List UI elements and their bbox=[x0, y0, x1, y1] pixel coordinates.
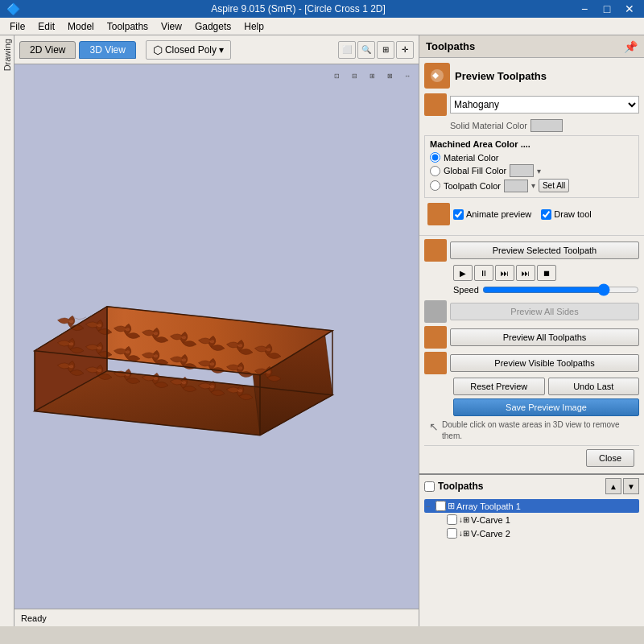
speed-slider[interactable] bbox=[482, 284, 639, 295]
menu-gadgets[interactable]: Gadgets bbox=[188, 19, 237, 34]
toolpaths-panel-title: Toolpaths bbox=[426, 40, 475, 52]
icon-view-top[interactable]: ⊟ bbox=[346, 68, 362, 84]
toolpath-color-dropdown[interactable]: ▾ bbox=[531, 181, 535, 190]
preview-icon bbox=[424, 63, 450, 89]
preview-visible-button[interactable]: Preview Visible Toolpaths bbox=[450, 354, 639, 372]
transport-pause[interactable]: ⏸ bbox=[474, 265, 493, 281]
toolpaths-list-section: Toolpaths ▲ ▼ − ⊞ Array Toolpath 1 bbox=[419, 473, 644, 626]
preview-header: Preview Toolpaths bbox=[424, 63, 639, 89]
tree-item-vcarve2[interactable]: ↓⊞ V-Carve 2 bbox=[437, 526, 639, 540]
expand-icon-3 bbox=[437, 530, 445, 538]
menu-toolpaths[interactable]: Toolpaths bbox=[101, 19, 155, 34]
radio-toolpath-color: Toolpath Color ▾ Set All bbox=[430, 179, 634, 192]
preview-selected-icon bbox=[424, 239, 447, 262]
vcarve2-label: V-Carve 2 bbox=[471, 529, 510, 539]
draw-tool-label[interactable]: Draw tool bbox=[541, 209, 591, 220]
reset-preview-button[interactable]: Reset Preview bbox=[453, 378, 545, 395]
move-down-button[interactable]: ▼ bbox=[623, 478, 639, 494]
undo-last-button[interactable]: Undo Last bbox=[548, 378, 640, 395]
global-fill-dropdown[interactable]: ▾ bbox=[537, 167, 541, 175]
pin-button[interactable]: 📌 bbox=[624, 40, 638, 53]
radio-global-fill-input[interactable] bbox=[430, 166, 440, 176]
preview-sides-icon bbox=[424, 300, 447, 323]
menubar: File Edit Model Toolpaths View Gadgets H… bbox=[0, 18, 644, 35]
titlebar: 🔷 Aspire 9.015 (SmR) - [Circle Cross 1 2… bbox=[0, 0, 644, 18]
tab-2d-view[interactable]: 2D View bbox=[19, 41, 76, 59]
toolpaths-list-title: Toolpaths bbox=[438, 481, 483, 492]
draw-tool-checkbox[interactable] bbox=[541, 209, 551, 220]
icon-view-iso[interactable]: ⊠ bbox=[382, 68, 398, 84]
preview-selected-button[interactable]: Preview Selected Toolpath bbox=[450, 242, 639, 259]
preview-all-sides-row: Preview All Sides bbox=[424, 300, 639, 323]
tree-item-array-toolpath[interactable]: − ⊞ Array Toolpath 1 bbox=[424, 499, 639, 513]
solid-material-swatch[interactable] bbox=[530, 119, 563, 132]
menu-help[interactable]: Help bbox=[237, 19, 270, 34]
radio-material-color-input[interactable] bbox=[430, 152, 440, 163]
icon-zoom[interactable]: 🔍 bbox=[357, 41, 375, 59]
info-text-content: Double click on waste areas in 3D view t… bbox=[442, 419, 634, 442]
menu-file[interactable]: File bbox=[3, 19, 31, 34]
animate-preview-checkbox[interactable] bbox=[453, 209, 464, 220]
close-btn-row: Close bbox=[424, 445, 639, 470]
vcarve1-checkbox[interactable] bbox=[447, 514, 457, 525]
radio-material-color: Material Color bbox=[430, 152, 634, 163]
save-preview-row: Save Preview Image bbox=[424, 398, 639, 416]
closed-poly-icon: ⬡ bbox=[153, 43, 163, 56]
toolpaths-tree: − ⊞ Array Toolpath 1 ↓⊞ V-Carve 1 ↓⊞ bbox=[424, 499, 639, 540]
move-up-button[interactable]: ▲ bbox=[605, 478, 621, 494]
cursor-icon: ↖ bbox=[429, 419, 439, 436]
preview-selected-row: Preview Selected Toolpath bbox=[424, 239, 639, 262]
global-fill-color-btn[interactable] bbox=[510, 164, 534, 177]
maximize-button[interactable]: □ bbox=[599, 2, 615, 15]
viewport-axis-icons: ⊡ ⊟ ⊞ ⊠ ↔ bbox=[328, 68, 415, 84]
preview-all-toolpaths-button[interactable]: Preview All Toolpaths bbox=[450, 328, 639, 346]
animate-preview-label[interactable]: Animate preview bbox=[453, 209, 531, 220]
tree-item-vcarve1[interactable]: ↓⊞ V-Carve 1 bbox=[437, 513, 639, 526]
preview-title: Preview Toolpaths bbox=[455, 70, 547, 82]
radio-global-fill: Global Fill Color ▾ bbox=[430, 164, 634, 177]
transport-play[interactable]: ▶ bbox=[453, 265, 473, 281]
menu-edit[interactable]: Edit bbox=[31, 19, 61, 34]
vcarve2-checkbox[interactable] bbox=[447, 528, 457, 539]
view-toolbar: 2D View 3D View ⬡ Closed Poly ▾ ⬜ 🔍 ⊞ ✛ bbox=[14, 35, 419, 64]
transport-skip-fwd[interactable]: ⏭ bbox=[516, 265, 535, 281]
icon-pan[interactable]: ✛ bbox=[396, 41, 414, 59]
close-window-button[interactable]: ✕ bbox=[621, 2, 638, 15]
statusbar: Ready bbox=[14, 609, 419, 626]
3d-viewport[interactable]: ⊡ ⊟ ⊞ ⊠ ↔ bbox=[14, 64, 419, 609]
menu-view[interactable]: View bbox=[155, 19, 188, 34]
close-button[interactable]: Close bbox=[586, 449, 634, 467]
speed-row: Speed bbox=[424, 284, 639, 295]
list-arrows: ▲ ▼ bbox=[605, 478, 639, 494]
preview-buttons-section: Preview Selected Toolpath ▶ ⏸ ⏭ ⏭ ⏹ Spee… bbox=[419, 236, 644, 473]
status-text: Ready bbox=[21, 613, 47, 623]
icon-select[interactable]: ⬜ bbox=[338, 41, 356, 59]
toolpaths-list-checkbox[interactable] bbox=[424, 481, 435, 492]
app-icon: 🔷 bbox=[6, 2, 20, 15]
preview-all-sides-button[interactable]: Preview All Sides bbox=[450, 303, 639, 320]
options-row: Animate preview Draw tool bbox=[424, 203, 639, 225]
transport-step-fwd[interactable]: ⏭ bbox=[495, 265, 514, 281]
save-preview-button[interactable]: Save Preview Image bbox=[453, 398, 639, 416]
icon-grid[interactable]: ⊞ bbox=[377, 41, 394, 59]
minimize-button[interactable]: − bbox=[576, 2, 592, 15]
closed-poly-button[interactable]: ⬡ Closed Poly ▾ bbox=[146, 40, 231, 60]
tab-3d-view[interactable]: 3D View bbox=[79, 41, 135, 59]
vcarve2-icon: ↓⊞ bbox=[459, 529, 469, 538]
closed-poly-label: Closed Poly ▾ bbox=[165, 44, 224, 56]
material-select[interactable]: Mahogany bbox=[450, 96, 639, 114]
radio-toolpath-color-input[interactable] bbox=[430, 180, 440, 191]
icon-view-fit[interactable]: ↔ bbox=[399, 68, 415, 84]
solid-material-label: Solid Material Color bbox=[450, 121, 527, 130]
menu-model[interactable]: Model bbox=[61, 19, 101, 34]
vcarve1-label: V-Carve 1 bbox=[471, 515, 510, 525]
set-all-button[interactable]: Set All bbox=[539, 179, 569, 192]
icon-view-side[interactable]: ⊞ bbox=[364, 68, 380, 84]
drawing-panel: Drawing bbox=[0, 35, 14, 626]
toolpath-color-btn[interactable] bbox=[504, 180, 528, 192]
array-toolpath-checkbox[interactable] bbox=[436, 501, 446, 511]
icon-view-front[interactable]: ⊡ bbox=[328, 68, 345, 84]
preview-all-icon bbox=[424, 326, 447, 349]
transport-stop[interactable]: ⏹ bbox=[537, 265, 556, 281]
preview-toolpaths-section: Preview Toolpaths Mahogany Solid Materia… bbox=[419, 58, 644, 236]
